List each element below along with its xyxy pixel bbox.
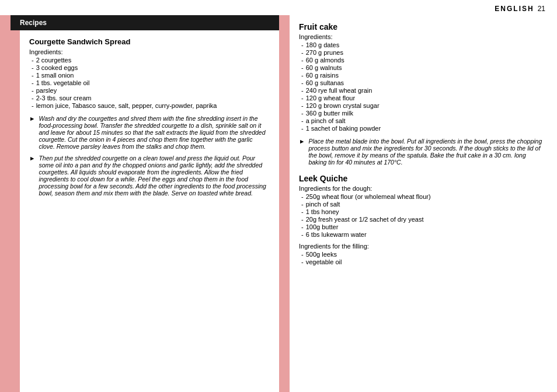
list-item: - 360 g butter milk	[301, 110, 545, 117]
list-item: - 60 g walnuts	[301, 64, 545, 71]
middle-accent-bar	[279, 15, 290, 392]
list-item: - 120 g brown crystal sugar	[301, 102, 545, 109]
left-content: Courgette Sandwich Spread Ingredients: -…	[11, 30, 279, 392]
leek-filling-label: Ingredients for the filling:	[299, 243, 545, 250]
list-item: - 1 tbs. vegetable oil	[32, 79, 270, 86]
right-column: Fruit cake Ingredients: - 180 g dates - …	[290, 15, 557, 392]
fruit-cake-section: Fruit cake Ingredients: - 180 g dates - …	[299, 22, 545, 166]
fruit-cake-ingredients-label: Ingredients:	[299, 33, 545, 40]
courgette-ingredients-label: Ingredients:	[29, 48, 270, 55]
list-item: ► Wash and dry the courgettes and shred …	[29, 115, 270, 150]
recipes-header-label: Recipes	[20, 19, 47, 27]
list-item: - 180 g dates	[301, 41, 545, 48]
list-item: - 2-3 tbs. sour cream	[32, 94, 270, 102]
leek-dough-label: Ingredients for the dough:	[299, 185, 545, 192]
left-accent-bar	[0, 15, 11, 392]
list-item: - 1 tbs honey	[301, 208, 545, 215]
list-item: - 60 g almonds	[301, 57, 545, 64]
content-area: Recipes Courgette Sandwich Spread Ingred…	[0, 15, 557, 392]
language-label: ENGLISH	[495, 5, 534, 13]
list-item: - 1 small onion	[32, 72, 270, 79]
left-column: Recipes Courgette Sandwich Spread Ingred…	[11, 15, 279, 392]
list-item: - 6 tbs lukewarm water	[301, 231, 545, 238]
list-item: - lemon juice, Tabasco sauce, salt, pepp…	[32, 102, 270, 109]
list-item: - 3 cooked eggs	[32, 64, 270, 71]
page-header: ENGLISH 21	[0, 0, 557, 15]
list-item: ► Then put the shredded courgette on a c…	[29, 155, 270, 197]
list-item: - 1 sachet of baking powder	[301, 125, 545, 132]
list-item: - 20g fresh yeast or 1/2 sachet of dry y…	[301, 216, 545, 223]
list-item: - 240 rye full wheat grain	[301, 87, 545, 94]
list-item: - a pinch of salt	[301, 117, 545, 124]
list-item: - parsley	[32, 87, 270, 94]
left-pink-side-bar	[11, 30, 20, 392]
leek-quiche-section: Leek Quiche Ingredients for the dough: -…	[299, 174, 545, 265]
list-item: - 2 courgettes	[32, 57, 270, 64]
fruit-cake-instructions: ► Place the metal blade into the bowl. P…	[299, 138, 545, 166]
list-item: - pinch of salt	[301, 201, 545, 208]
list-item: - 250g wheat flour (or wholemeal wheat f…	[301, 193, 545, 200]
page-number: 21	[538, 5, 545, 13]
fruit-cake-title: Fruit cake	[299, 22, 545, 32]
courgette-recipe-section: Courgette Sandwich Spread Ingredients: -…	[20, 30, 279, 392]
list-item: ► Place the metal blade into the bowl. P…	[299, 138, 545, 166]
page: ENGLISH 21 Recipes Courgette Sandwich Sp…	[0, 0, 557, 392]
list-item: - 60 g sultanas	[301, 79, 545, 86]
list-item: - vegetable oil	[301, 258, 545, 265]
list-item: - 500g leeks	[301, 251, 545, 258]
leek-quiche-title: Leek Quiche	[299, 174, 545, 183]
list-item: - 60 g raisins	[301, 72, 545, 79]
courgette-title: Courgette Sandwich Spread	[29, 37, 270, 46]
list-item: - 120 g wheat flour	[301, 94, 545, 102]
courgette-instructions: ► Wash and dry the courgettes and shred …	[29, 115, 270, 197]
leek-filling-label-wrapper: Ingredients for the filling: - 500g leek…	[299, 243, 545, 265]
list-item: - 100g butter	[301, 223, 545, 230]
list-item: - 270 g prunes	[301, 49, 545, 56]
recipes-header-bar: Recipes	[11, 15, 279, 30]
